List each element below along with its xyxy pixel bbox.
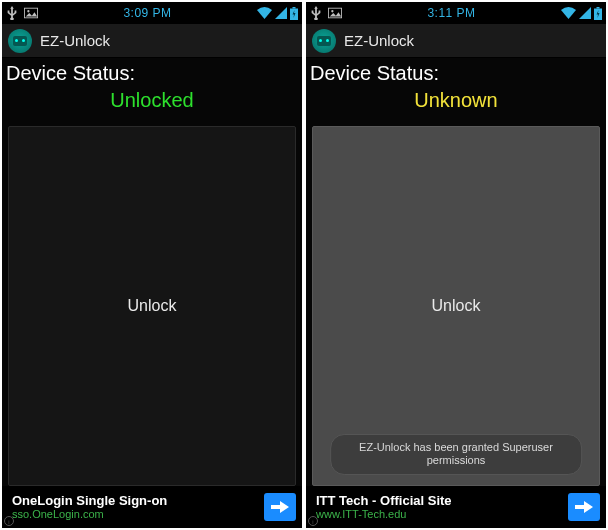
status-bar-right-icons (561, 7, 602, 20)
status-bar-left-icons (6, 6, 38, 20)
app-action-bar: EZ-Unlock (2, 24, 302, 58)
status-bar-right-icons (257, 7, 298, 20)
svg-point-1 (27, 10, 29, 12)
ad-text: OneLogin Single Sign-on sso.OneLogin.com (12, 493, 264, 522)
phone-screen-right: 3:11 PM EZ-Unlock Device Status: Unknown… (306, 2, 606, 528)
ad-arrow-button[interactable] (568, 493, 600, 521)
status-bar-left-icons (310, 6, 342, 20)
device-status-value: Unlocked (4, 85, 300, 122)
status-bar-clock: 3:11 PM (342, 6, 561, 20)
cell-signal-icon (275, 7, 287, 19)
unlock-button-label: Unlock (432, 297, 481, 315)
app-icon (312, 29, 336, 53)
picture-icon (328, 7, 342, 19)
unlock-button[interactable]: Unlock EZ-Unlock has been granted Superu… (312, 126, 600, 486)
unlock-button-label: Unlock (128, 297, 177, 315)
svg-rect-8 (597, 7, 600, 9)
wifi-icon (257, 7, 272, 19)
usb-icon (6, 6, 18, 20)
ad-arrow-button[interactable] (264, 493, 296, 521)
picture-icon (24, 7, 38, 19)
svg-text:i: i (312, 519, 313, 525)
adchoices-icon[interactable]: i (308, 516, 318, 526)
adchoices-icon[interactable]: i (4, 516, 14, 526)
cell-signal-icon (579, 7, 591, 19)
battery-icon (594, 7, 602, 20)
battery-icon (290, 7, 298, 20)
ad-banner[interactable]: ITT Tech - Official Site www.ITT-Tech.ed… (306, 486, 606, 528)
svg-point-7 (331, 10, 333, 12)
ad-banner[interactable]: OneLogin Single Sign-on sso.OneLogin.com (2, 486, 302, 528)
unlock-button[interactable]: Unlock (8, 126, 296, 486)
app-title: EZ-Unlock (40, 32, 110, 49)
device-status-value: Unknown (308, 85, 604, 122)
usb-icon (310, 6, 322, 20)
android-status-bar: 3:09 PM (2, 2, 302, 24)
ad-text: ITT Tech - Official Site www.ITT-Tech.ed… (316, 493, 568, 522)
ad-url: sso.OneLogin.com (12, 508, 264, 521)
device-status-label: Device Status: (308, 60, 604, 85)
device-status-label: Device Status: (4, 60, 300, 85)
wifi-icon (561, 7, 576, 19)
ad-title: OneLogin Single Sign-on (12, 493, 264, 509)
svg-text:i: i (8, 519, 9, 525)
android-status-bar: 3:11 PM (306, 2, 606, 24)
main-content: Device Status: Unknown Unlock EZ-Unlock … (306, 58, 606, 486)
ad-url: www.ITT-Tech.edu (316, 508, 568, 521)
app-icon (8, 29, 32, 53)
status-bar-clock: 3:09 PM (38, 6, 257, 20)
main-content: Device Status: Unlocked Unlock (2, 58, 302, 486)
svg-rect-2 (293, 7, 296, 9)
phone-screen-left: 3:09 PM EZ-Unlock Device Status: Unlocke… (2, 2, 302, 528)
superuser-toast: EZ-Unlock has been granted Superuser per… (330, 434, 582, 476)
ad-title: ITT Tech - Official Site (316, 493, 568, 509)
app-title: EZ-Unlock (344, 32, 414, 49)
app-action-bar: EZ-Unlock (306, 24, 606, 58)
